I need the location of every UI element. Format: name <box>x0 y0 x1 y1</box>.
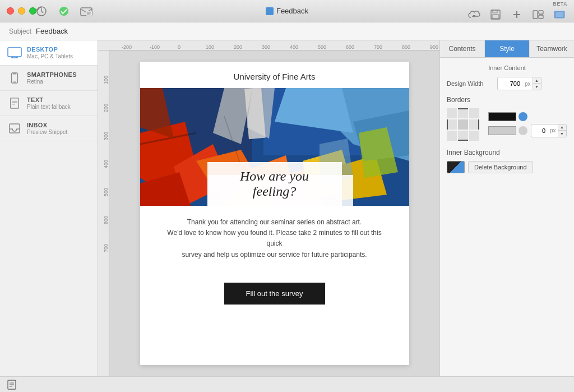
border-color-circle[interactable] <box>519 112 527 121</box>
email-preview: University of Fine Arts <box>140 62 409 365</box>
beta-badge: BETA <box>553 1 567 7</box>
svg-point-1 <box>59 7 68 16</box>
canvas-content[interactable]: University of Fine Arts <box>109 50 439 376</box>
subject-bar: Subject Feedback <box>0 22 574 40</box>
thickness-stepper-arrows: ▲ ▼ <box>558 124 566 137</box>
cta-button[interactable]: Fill out the survey <box>224 283 325 305</box>
border-cell-topleft[interactable] <box>447 108 457 118</box>
toolbar-left <box>34 4 94 18</box>
panel-body: Inner Content Design Width px ▲ ▼ <box>440 58 574 376</box>
sidebar-item-desktop[interactable]: DESKTOP Mac, PC & Tablets <box>0 40 98 66</box>
panel-tabs: Contents Style Teamwork <box>440 40 574 58</box>
email-overlay: How are you feeling? <box>207 162 342 206</box>
border-color-swatch[interactable] <box>488 112 516 121</box>
email-body: Thank you for attending our seminar seri… <box>140 206 409 271</box>
save-icon[interactable] <box>488 8 503 21</box>
svg-rect-7 <box>493 10 497 13</box>
border-cell-left[interactable] <box>447 119 457 130</box>
border-thickness-swatch[interactable] <box>488 126 516 135</box>
design-width-input[interactable] <box>498 79 523 89</box>
border-thickness-input[interactable] <box>531 126 548 136</box>
sidebar-item-text[interactable]: TEXT Plain text fallback <box>0 91 98 116</box>
border-radius-circle[interactable] <box>519 126 527 135</box>
stepper-down[interactable]: ▼ <box>533 84 541 90</box>
ruler-horizontal: -200 -100 0 100 200 300 400 500 600 700 … <box>98 40 439 50</box>
stepper-up[interactable]: ▲ <box>533 77 541 84</box>
canvas-area: -200 -100 0 100 200 300 400 500 600 700 … <box>98 40 439 376</box>
title-bar: Feedback BETA <box>0 0 574 22</box>
sidebar-item-smartphones[interactable]: SMARTPHONES Retina <box>0 66 98 91</box>
design-width-control: px ▲ ▼ <box>497 77 541 90</box>
page-icon[interactable] <box>6 379 18 390</box>
inbox-icon <box>7 122 22 135</box>
window-title: Feedback <box>266 7 308 15</box>
tab-style[interactable]: Style <box>485 40 530 57</box>
tab-contents[interactable]: Contents <box>440 40 485 57</box>
border-unit: px <box>548 127 558 133</box>
design-width-stepper[interactable]: px ▲ ▼ <box>497 77 541 90</box>
email-header: University of Fine Arts <box>140 62 409 88</box>
borders-section: Borders <box>447 96 567 141</box>
border-color-row <box>488 112 567 121</box>
send-icon[interactable] <box>78 4 94 18</box>
canvas-with-ruler: 100 200 300 400 500 600 700 University o… <box>98 50 439 376</box>
inner-bg-title: Inner Background <box>447 149 567 156</box>
history-icon[interactable] <box>34 4 49 18</box>
design-width-label: Design Width <box>447 80 497 87</box>
email-body-text: Thank you for attending our seminar seri… <box>163 217 387 260</box>
delete-bg-button[interactable]: Delete Background <box>468 161 533 173</box>
svg-rect-3 <box>86 11 92 16</box>
close-button[interactable] <box>7 7 14 15</box>
border-controls: px ▲ ▼ <box>488 112 567 137</box>
inner-bg-row: Delete Background <box>447 161 567 173</box>
traffic-lights <box>7 7 36 15</box>
sidebar-spacer <box>0 141 98 376</box>
layout-icon[interactable] <box>530 8 546 21</box>
university-name: University of Fine Arts <box>234 72 316 81</box>
add-icon[interactable] <box>509 8 525 21</box>
svg-rect-12 <box>539 11 543 14</box>
preview-icon[interactable] <box>552 8 567 21</box>
inner-content-title: Inner Content <box>447 64 567 71</box>
svg-rect-15 <box>556 12 563 17</box>
subject-value: Feedback <box>36 27 68 35</box>
smartphone-icon <box>7 72 22 84</box>
borders-title: Borders <box>447 96 567 104</box>
cta-container: Fill out the survey <box>140 283 409 333</box>
border-thickness-stepper[interactable]: px ▲ ▼ <box>531 124 567 137</box>
minimize-button[interactable] <box>18 7 25 15</box>
ruler-vertical: 100 200 300 400 500 600 700 <box>98 50 109 376</box>
border-cell-bottom[interactable] <box>458 131 468 141</box>
borders-grid: px ▲ ▼ <box>447 108 567 141</box>
desktop-icon <box>7 47 22 59</box>
main-area: DESKTOP Mac, PC & Tablets SMARTPHONES Re… <box>0 40 574 376</box>
border-thickness-row: px ▲ ▼ <box>488 124 567 137</box>
check-icon[interactable] <box>56 4 72 18</box>
cloud-icon[interactable] <box>466 8 482 21</box>
border-selector <box>447 108 479 141</box>
sidebar-item-inbox[interactable]: INBOX Preview Snippet <box>0 116 98 141</box>
sidebar: DESKTOP Mac, PC & Tablets SMARTPHONES Re… <box>0 40 98 376</box>
bg-color-swatch[interactable] <box>447 161 465 173</box>
border-cell-top[interactable] <box>458 108 468 118</box>
border-cell-center[interactable] <box>458 119 468 130</box>
email-image: How are you feeling? <box>140 88 409 206</box>
overlay-heading: How are you feeling? <box>224 169 325 199</box>
inner-bg-section: Inner Background Delete Background <box>447 149 567 173</box>
svg-rect-23 <box>11 98 19 108</box>
border-cell-bottomright[interactable] <box>469 131 479 141</box>
subject-label: Subject <box>9 27 31 35</box>
svg-rect-16 <box>8 48 21 57</box>
svg-rect-8 <box>492 15 499 19</box>
border-cell-bottomleft[interactable] <box>447 131 457 141</box>
thickness-up[interactable]: ▲ <box>558 124 566 131</box>
border-cell-topright[interactable] <box>469 108 479 118</box>
thickness-down[interactable]: ▼ <box>558 131 566 137</box>
tab-teamwork[interactable]: Teamwork <box>530 40 574 57</box>
bottom-bar <box>0 376 574 392</box>
design-width-unit: px <box>523 81 533 87</box>
design-width-row: Design Width px ▲ ▼ <box>447 77 567 90</box>
stepper-arrows: ▲ ▼ <box>533 77 541 90</box>
right-panel: Contents Style Teamwork Inner Content De… <box>439 40 574 376</box>
border-cell-right[interactable] <box>469 119 479 130</box>
